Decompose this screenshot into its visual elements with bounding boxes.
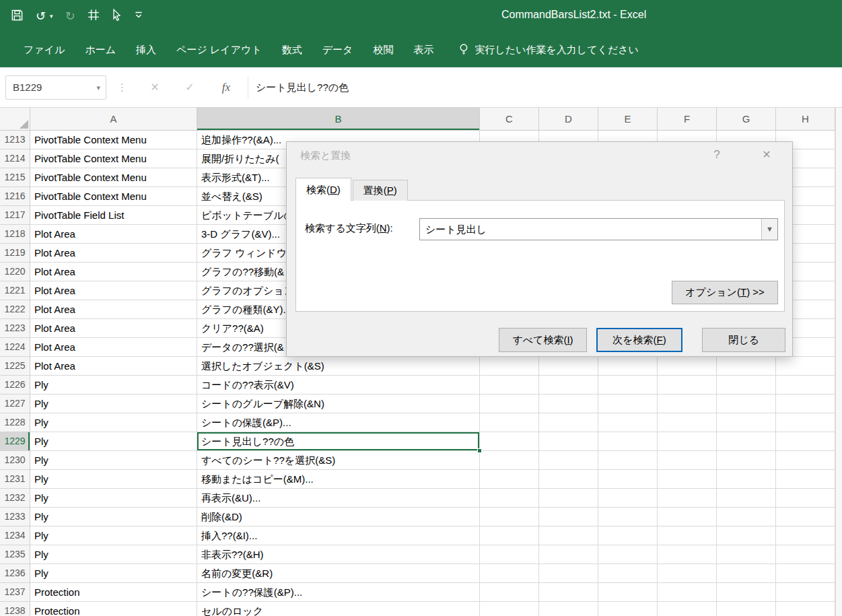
cell-B1229[interactable]: シート見出し??の色	[197, 432, 480, 451]
cell-F1232[interactable]	[658, 489, 717, 508]
cell-F1233[interactable]	[658, 508, 717, 526]
cell-B1230[interactable]: すべてのシート??を選択(&S)	[197, 451, 480, 470]
cell-H1229[interactable]	[776, 432, 835, 451]
cell-B1227[interactable]: シートのグループ解除(&N)	[197, 395, 480, 413]
cell-H1235[interactable]	[776, 545, 835, 564]
cell-H1234[interactable]	[776, 526, 835, 545]
tab-insert[interactable]: 挿入	[126, 32, 166, 67]
search-input[interactable]: シート見出し ▼	[419, 218, 778, 240]
cell-B1234[interactable]: 挿入??(&I)...	[197, 526, 480, 545]
tab-review[interactable]: 校閲	[363, 32, 403, 67]
row-header-1219[interactable]: 1219	[0, 244, 30, 263]
cell-D1227[interactable]	[539, 395, 598, 413]
cell-C1231[interactable]	[480, 470, 539, 489]
cell-G1225[interactable]	[717, 357, 776, 376]
cell-C1238[interactable]	[480, 602, 539, 616]
row-header-1237[interactable]: 1237	[0, 583, 30, 602]
cell-E1226[interactable]	[598, 376, 658, 395]
cell-A1235[interactable]: Ply	[30, 545, 197, 564]
row-header-1214[interactable]: 1214	[0, 149, 30, 168]
cell-A1236[interactable]: Ply	[30, 564, 197, 583]
tab-page-layout[interactable]: ページ レイアウト	[166, 32, 272, 67]
cell-C1233[interactable]	[480, 508, 539, 526]
cell-D1231[interactable]	[539, 470, 598, 489]
cell-C1230[interactable]	[480, 451, 539, 470]
cell-G1233[interactable]	[717, 508, 776, 526]
cell-A1221[interactable]: Plot Area	[30, 281, 197, 300]
row-header-1224[interactable]: 1224	[0, 338, 30, 357]
column-header-g[interactable]: G	[717, 108, 776, 131]
tab-file[interactable]: ファイル	[13, 32, 75, 67]
cell-B1231[interactable]: 移動またはコピー(&M)...	[197, 470, 480, 489]
find-all-button[interactable]: すべて検索(I)	[499, 328, 587, 352]
cell-E1228[interactable]	[598, 413, 658, 432]
cell-E1229[interactable]	[598, 432, 658, 451]
cell-F1231[interactable]	[658, 470, 717, 489]
cell-C1229[interactable]	[480, 432, 539, 451]
row-header-1215[interactable]: 1215	[0, 168, 30, 187]
name-box[interactable]: B1229 ▾	[5, 75, 106, 100]
cell-E1237[interactable]	[598, 583, 658, 602]
cell-F1227[interactable]	[658, 395, 717, 413]
row-header-1230[interactable]: 1230	[0, 451, 30, 470]
fill-handle[interactable]	[477, 448, 482, 453]
cell-C1234[interactable]	[480, 526, 539, 545]
column-header-f[interactable]: F	[658, 108, 717, 131]
cell-A1227[interactable]: Ply	[30, 395, 197, 413]
column-header-c[interactable]: C	[480, 108, 539, 131]
find-next-button[interactable]: 次を検索(F)	[596, 328, 682, 352]
cell-E1234[interactable]	[598, 526, 658, 545]
cell-A1218[interactable]: Plot Area	[30, 225, 197, 244]
undo-icon[interactable]: ↺	[36, 10, 46, 23]
cell-A1234[interactable]: Ply	[30, 526, 197, 545]
cell-A1237[interactable]: Protection	[30, 583, 197, 602]
row-header-1234[interactable]: 1234	[0, 526, 30, 545]
row-header-1238[interactable]: 1238	[0, 602, 30, 616]
cell-H1227[interactable]	[776, 395, 835, 413]
cell-D1237[interactable]	[539, 583, 598, 602]
cell-A1238[interactable]: Protection	[30, 602, 197, 616]
row-header-1217[interactable]: 1217	[0, 206, 30, 225]
cell-B1237[interactable]: シートの??保護(&P)...	[197, 583, 480, 602]
tab-data[interactable]: データ	[312, 32, 363, 67]
cell-B1232[interactable]: 再表示(&U)...	[197, 489, 480, 508]
cell-A1229[interactable]: Ply	[30, 432, 197, 451]
cell-A1214[interactable]: PivotTable Context Menu	[30, 149, 197, 168]
cell-H1237[interactable]	[776, 583, 835, 602]
cell-E1227[interactable]	[598, 395, 658, 413]
cell-A1223[interactable]: Plot Area	[30, 319, 197, 338]
cell-A1224[interactable]: Plot Area	[30, 338, 197, 357]
tab-home[interactable]: ホーム	[75, 32, 126, 67]
cell-B1226[interactable]: コードの??表示(&V)	[197, 376, 480, 395]
cell-B1235[interactable]: 非表示??(&H)	[197, 545, 480, 564]
row-header-1213[interactable]: 1213	[0, 131, 30, 149]
vertical-scrollbar[interactable]	[835, 108, 842, 616]
row-header-1220[interactable]: 1220	[0, 263, 30, 281]
cell-A1232[interactable]: Ply	[30, 489, 197, 508]
cell-G1228[interactable]	[717, 413, 776, 432]
cell-F1234[interactable]	[658, 526, 717, 545]
cell-E1233[interactable]	[598, 508, 658, 526]
cell-D1238[interactable]	[539, 602, 598, 616]
tell-me-box[interactable]: 実行したい作業を入力してください	[458, 43, 639, 57]
cell-D1235[interactable]	[539, 545, 598, 564]
chevron-down-icon[interactable]: ▼	[761, 219, 777, 240]
cell-H1225[interactable]	[776, 357, 835, 376]
help-icon[interactable]: ?	[709, 148, 725, 162]
cell-G1227[interactable]	[717, 395, 776, 413]
cell-C1235[interactable]	[480, 545, 539, 564]
row-header-1236[interactable]: 1236	[0, 564, 30, 583]
cell-D1226[interactable]	[539, 376, 598, 395]
row-header-1232[interactable]: 1232	[0, 489, 30, 508]
cell-B1238[interactable]: セルのロック	[197, 602, 480, 616]
cell-A1215[interactable]: PivotTable Context Menu	[30, 168, 197, 187]
cell-F1230[interactable]	[658, 451, 717, 470]
cell-G1238[interactable]	[717, 602, 776, 616]
insert-function-icon[interactable]: fx	[213, 75, 240, 100]
cell-E1225[interactable]	[598, 357, 658, 376]
row-header-1228[interactable]: 1228	[0, 413, 30, 432]
grid-borders-icon[interactable]	[87, 9, 100, 24]
cell-A1219[interactable]: Plot Area	[30, 244, 197, 263]
cell-F1237[interactable]	[658, 583, 717, 602]
tab-find[interactable]: 検索(D)	[295, 178, 351, 201]
